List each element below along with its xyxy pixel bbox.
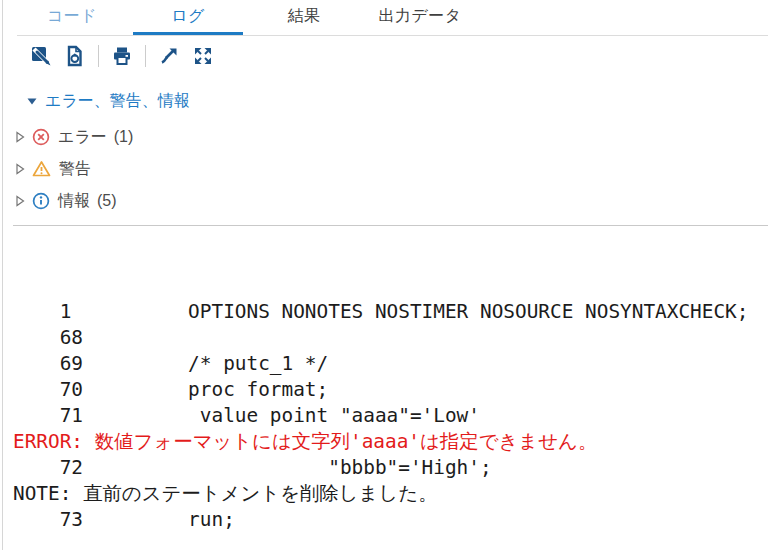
tree-row-warnings[interactable]: 警告 bbox=[15, 153, 755, 185]
tab-results[interactable]: 結果 bbox=[249, 0, 359, 32]
chevron-right-icon[interactable] bbox=[15, 131, 25, 143]
tab-bar-divider bbox=[17, 35, 768, 36]
log-line: 68 bbox=[13, 325, 768, 351]
log-line: 72 "bbbb"='High'; bbox=[13, 455, 768, 481]
chevron-down-icon bbox=[27, 96, 37, 106]
toolbar-separator bbox=[145, 45, 146, 67]
tree-row-count: (1) bbox=[114, 128, 134, 146]
toolbar-separator bbox=[98, 45, 99, 67]
messages-tree: エラー (1) 警告 bbox=[15, 121, 755, 217]
log-error-line: ERROR: 数値フォーマットには文字列'aaaa'は指定できません。 bbox=[13, 429, 768, 455]
tree-row-label: 情報 bbox=[58, 191, 90, 212]
chevron-right-icon[interactable] bbox=[15, 195, 25, 207]
log-note-line: NOTE: 直前のステートメントを削除しました。 bbox=[13, 481, 768, 507]
tab-log[interactable]: ログ bbox=[133, 0, 243, 32]
refresh-log-icon[interactable] bbox=[64, 45, 86, 67]
section-divider bbox=[13, 225, 768, 226]
log-toolbar bbox=[30, 44, 214, 68]
info-icon bbox=[32, 192, 50, 210]
chevron-right-icon[interactable] bbox=[15, 163, 25, 175]
log-line: 73 run; bbox=[13, 507, 768, 533]
tab-output-data[interactable]: 出力データ bbox=[365, 0, 475, 32]
tab-code[interactable]: コード bbox=[17, 0, 127, 32]
log-line: 70 proc format; bbox=[13, 377, 768, 403]
messages-section-title: エラー、警告、情報 bbox=[45, 91, 190, 112]
warning-icon bbox=[32, 160, 51, 178]
tab-bar: コード ログ 結果 出力データ bbox=[0, 0, 768, 36]
maximize-icon[interactable] bbox=[192, 45, 214, 67]
log-panel: コード ログ 結果 出力データ bbox=[0, 0, 768, 550]
tree-row-notes[interactable]: 情報 (5) bbox=[15, 185, 755, 217]
edit-log-icon[interactable] bbox=[30, 45, 52, 67]
tree-row-count: (5) bbox=[97, 192, 117, 210]
tree-row-label: エラー bbox=[58, 127, 107, 148]
error-icon bbox=[32, 128, 50, 146]
print-icon[interactable] bbox=[111, 45, 133, 67]
panel-left-border bbox=[2, 0, 3, 550]
tree-row-label: 警告 bbox=[59, 159, 91, 180]
tree-row-errors[interactable]: エラー (1) bbox=[15, 121, 755, 153]
log-line: 71 value point "aaaa"='Low' bbox=[13, 403, 768, 429]
log-line: 1 OPTIONS NONOTES NOSTIMER NOSOURCE NOSY… bbox=[13, 299, 768, 325]
log-content: 1 OPTIONS NONOTES NOSTIMER NOSOURCE NOSY… bbox=[13, 299, 768, 533]
log-line: 69 /* putc_1 */ bbox=[13, 351, 768, 377]
messages-section-toggle[interactable]: エラー、警告、情報 bbox=[27, 90, 190, 112]
open-in-new-window-icon[interactable] bbox=[158, 45, 180, 67]
